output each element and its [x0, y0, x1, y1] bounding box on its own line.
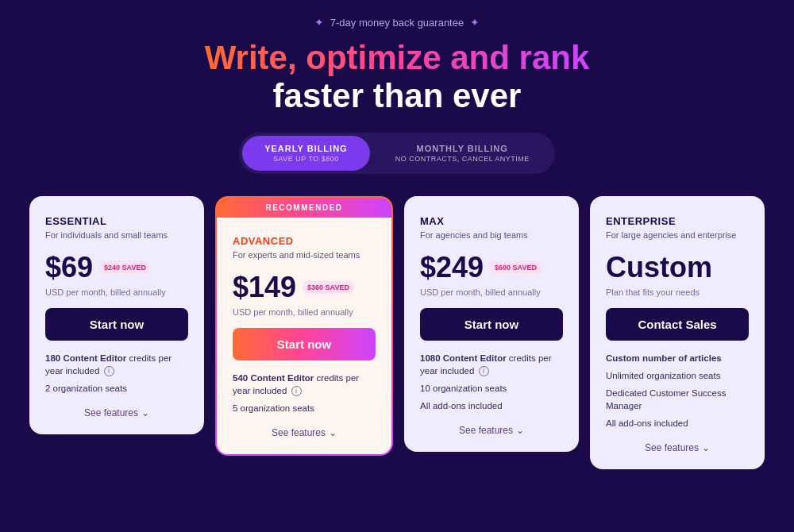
chevron-down-icon: ⌄: [141, 407, 149, 418]
guarantee-banner: ✦ 7-day money back guarantee ✦: [314, 16, 480, 29]
price-row: $69 $240 SAVED: [45, 251, 188, 284]
cta-button[interactable]: Start now: [233, 328, 376, 360]
feature-item: Unlimited organization seats: [606, 369, 749, 382]
savings-badge: $240 SAVED: [99, 261, 151, 274]
feature-item: 2 organization seats: [45, 382, 188, 395]
feature-item: 1080 Content Editor credits per year inc…: [420, 352, 563, 377]
feature-item: Dedicated Customer Success Manager: [606, 387, 749, 412]
price-subtitle: USD per month, billed annually: [45, 287, 188, 297]
cta-button[interactable]: Start now: [420, 308, 563, 341]
price-row: $149 $360 SAVED: [233, 271, 376, 304]
billing-toggle: YEARLY BILLING SAVE UP TO $800 MONTHLY B…: [239, 133, 555, 174]
plan-tagline: For experts and mid-sized teams: [233, 250, 376, 260]
cta-button[interactable]: Contact Sales: [606, 308, 749, 341]
plan-tagline: For agencies and big teams: [420, 230, 563, 240]
price: Custom: [606, 251, 749, 284]
savings-badge: $600 SAVED: [490, 261, 542, 274]
plan-name: ADVANCED: [233, 235, 376, 247]
feature-item: 10 organization seats: [420, 382, 563, 395]
star-icon-left: ✦: [314, 16, 324, 29]
plan-tagline: For individuals and small teams: [45, 230, 188, 240]
headline-bottom: faster than ever: [205, 76, 590, 116]
chevron-down-icon: ⌄: [329, 427, 337, 438]
yearly-billing-option[interactable]: YEARLY BILLING SAVE UP TO $800: [242, 136, 369, 171]
headline: Write, optimize and rank faster than eve…: [205, 40, 590, 117]
plan-card-enterprise: ENTERPRISE For large agencies and enterp…: [590, 196, 765, 469]
info-icon: i: [104, 366, 114, 376]
plan-card-advanced: RECOMMENDED ADVANCED For experts and mid…: [215, 196, 393, 456]
plan-card-max: MAX For agencies and big teams $249 $600…: [404, 196, 579, 452]
pricing-cards: ESSENTIAL For individuals and small team…: [16, 196, 778, 469]
savings-badge: $360 SAVED: [303, 281, 354, 294]
see-features-link[interactable]: See features ⌄: [606, 442, 749, 453]
monthly-label: MONTHLY BILLING: [395, 144, 530, 153]
feature-item: 5 organization seats: [233, 402, 376, 414]
see-features-link[interactable]: See features ⌄: [233, 427, 376, 438]
cta-button[interactable]: Start now: [45, 308, 188, 341]
chevron-down-icon: ⌄: [516, 425, 524, 436]
see-features-link[interactable]: See features ⌄: [420, 425, 563, 436]
plan-name: ENTERPRISE: [606, 215, 749, 227]
price-subtitle: USD per month, billed annually: [233, 307, 376, 317]
feature-item: All add-ons included: [420, 399, 563, 412]
info-icon: i: [479, 366, 489, 376]
info-icon: i: [291, 386, 302, 396]
price-row: $249 $600 SAVED: [420, 251, 563, 284]
guarantee-text: 7-day money back guarantee: [330, 17, 464, 29]
yearly-sublabel: SAVE UP TO $800: [264, 155, 347, 163]
headline-top: Write, optimize and rank: [205, 40, 590, 76]
feature-item: 180 Content Editor credits per year incl…: [45, 352, 188, 377]
monthly-sublabel: NO CONTRACTS, CANCEL ANYTIME: [395, 155, 530, 163]
monthly-billing-option[interactable]: MONTHLY BILLING NO CONTRACTS, CANCEL ANY…: [373, 136, 552, 171]
feature-item: Custom number of articles: [606, 352, 749, 364]
recommended-badge: RECOMMENDED: [217, 198, 391, 218]
plan-name: ESSENTIAL: [45, 215, 188, 227]
star-icon-right: ✦: [470, 16, 480, 29]
price: $249: [420, 251, 484, 284]
plan-name: MAX: [420, 215, 563, 227]
yearly-label: YEARLY BILLING: [264, 144, 347, 153]
feature-item: All add-ons included: [606, 417, 749, 430]
price: $149: [233, 271, 296, 304]
plan-tagline: For large agencies and enterprise: [606, 230, 749, 240]
chevron-down-icon: ⌄: [702, 442, 710, 453]
price-subtitle: Plan that fits your needs: [606, 287, 749, 297]
plan-card-essential: ESSENTIAL For individuals and small team…: [29, 196, 204, 434]
price: $69: [45, 251, 93, 284]
feature-item: 540 Content Editor credits per year incl…: [233, 372, 376, 397]
plan-card-inner-advanced: ADVANCED For experts and mid-sized teams…: [217, 218, 391, 454]
price-subtitle: USD per month, billed annually: [420, 287, 563, 297]
see-features-link[interactable]: See features ⌄: [45, 407, 188, 418]
